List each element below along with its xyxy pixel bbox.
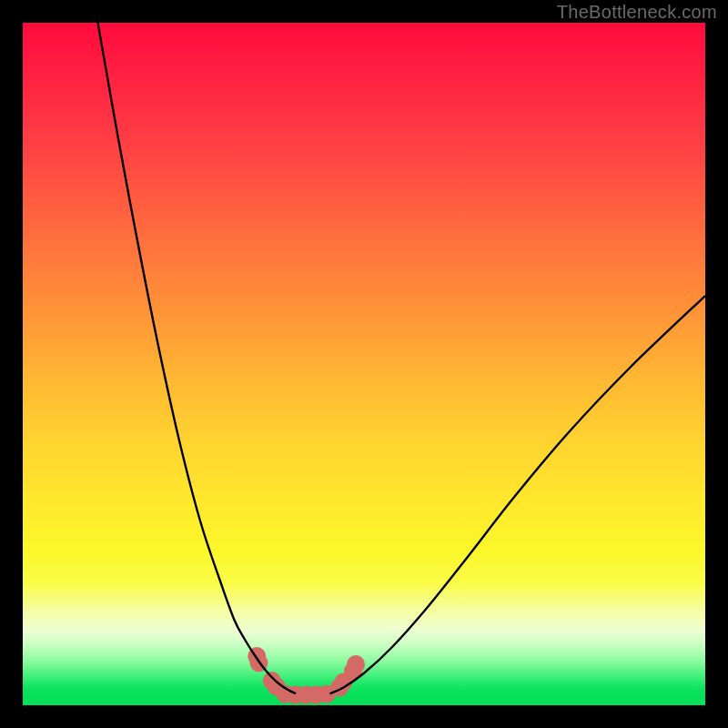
chart-frame: TheBottleneck.com: [0, 0, 728, 728]
left-curve: [98, 23, 297, 693]
marker-series: [248, 647, 365, 703]
right-curve: [330, 296, 706, 693]
chart-svg: [23, 23, 705, 705]
marker-dot: [347, 655, 365, 673]
watermark-text: TheBottleneck.com: [557, 2, 717, 23]
plot-area: [23, 23, 705, 705]
